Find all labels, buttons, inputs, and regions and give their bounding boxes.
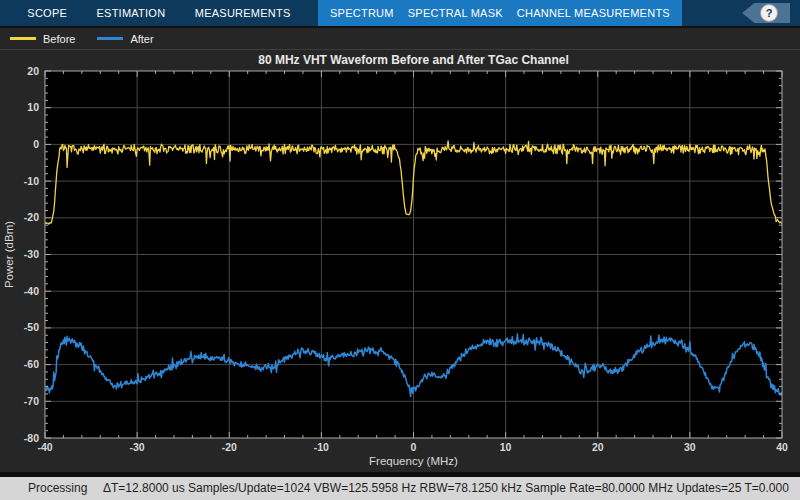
svg-text:-40: -40: [24, 285, 39, 297]
svg-text:-30: -30: [130, 441, 145, 453]
status-bar: Processing ΔT=12.8000 us Samples/Update=…: [0, 477, 800, 500]
legend-item-before[interactable]: Before: [10, 33, 75, 45]
chart-panel: -40-30-20-1001020304020100-10-20-30-40-5…: [0, 51, 800, 472]
tab-scope[interactable]: SCOPE: [25, 0, 69, 26]
legend-label-before: Before: [43, 33, 75, 45]
spectrum-analyzer-window: { "toolbar": { "tabs": [ {"label": "SCOP…: [0, 0, 800, 500]
svg-text:-30: -30: [24, 248, 39, 260]
x-axis-label: Frequency (MHz): [369, 455, 458, 467]
svg-text:-20: -20: [24, 211, 39, 223]
svg-text:10: 10: [27, 101, 39, 113]
svg-text:-10: -10: [24, 175, 39, 187]
svg-text:-70: -70: [24, 395, 39, 407]
tab-estimation[interactable]: ESTIMATION: [94, 0, 167, 26]
svg-text:-50: -50: [24, 321, 39, 333]
svg-text:-20: -20: [222, 441, 237, 453]
spectrum-chart: -40-30-20-1001020304020100-10-20-30-40-5…: [0, 51, 800, 472]
before-line-swatch: [10, 37, 36, 40]
toolbar-main-tabs: SCOPE ESTIMATION MEASUREMENTS: [0, 0, 318, 26]
legend-item-after[interactable]: After: [97, 33, 153, 45]
tab-spectral-mask[interactable]: SPECTRAL MASK: [406, 0, 505, 26]
status-state: Processing: [28, 477, 87, 500]
help-button[interactable]: ?: [742, 3, 790, 23]
svg-text:20: 20: [592, 441, 604, 453]
svg-text:-60: -60: [24, 358, 39, 370]
legend-label-after: After: [130, 33, 153, 45]
y-axis-label: Power (dBm): [3, 221, 15, 288]
status-stats: ΔT=12.8000 us Samples/Update=1024 VBW=12…: [103, 477, 789, 500]
tab-spectrum[interactable]: SPECTRUM: [328, 0, 396, 26]
tab-channel-measurements[interactable]: CHANNEL MEASUREMENTS: [515, 0, 672, 26]
help-icon: ?: [760, 4, 778, 22]
svg-text:40: 40: [776, 441, 788, 453]
legend: Before After: [0, 28, 800, 50]
toolbar-context-tabs: SPECTRUM SPECTRAL MASK CHANNEL MEASUREME…: [318, 0, 682, 26]
svg-text:20: 20: [27, 65, 39, 77]
svg-text:0: 0: [411, 441, 417, 453]
svg-text:-40: -40: [37, 441, 52, 453]
chart-title: 80 MHz VHT Waveform Before and After TGa…: [258, 53, 569, 67]
svg-text:10: 10: [500, 441, 512, 453]
svg-text:-80: -80: [24, 432, 39, 444]
toolbar-tail: ?: [682, 0, 800, 26]
svg-text:30: 30: [684, 441, 696, 453]
svg-text:-10: -10: [314, 441, 329, 453]
after-line-swatch: [97, 37, 123, 40]
svg-text:0: 0: [33, 138, 39, 150]
tab-measurements[interactable]: MEASUREMENTS: [193, 0, 293, 26]
toolbar: SCOPE ESTIMATION MEASUREMENTS SPECTRUM S…: [0, 0, 800, 26]
